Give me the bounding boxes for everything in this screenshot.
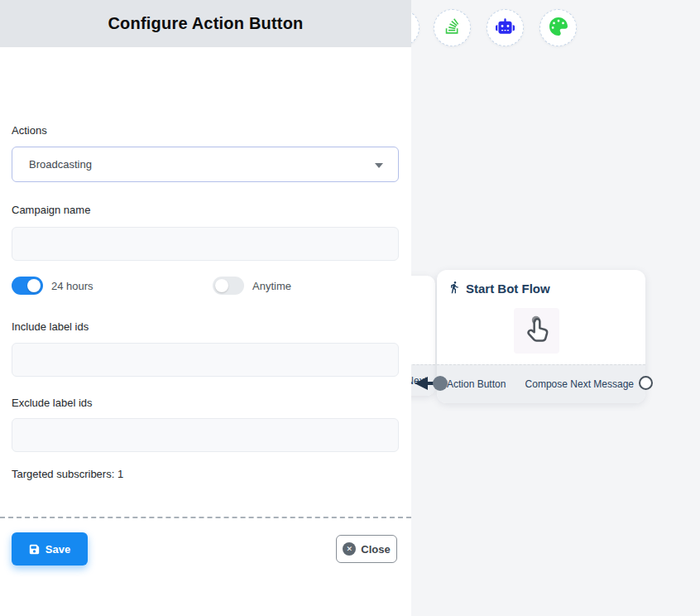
toggle-knob — [27, 279, 41, 292]
close-button[interactable]: ✕ Close — [336, 535, 397, 563]
toggle-row-anytime: Anytime — [213, 277, 291, 295]
divider — [0, 517, 411, 518]
connection-port-open[interactable] — [639, 376, 653, 390]
actions-select[interactable]: Broadcasting — [12, 147, 399, 182]
save-button-label: Save — [46, 543, 70, 556]
node-header: Start Bot Flow — [448, 281, 550, 296]
include-label-ids-input[interactable] — [12, 343, 399, 377]
toolbar-button-stack[interactable] — [434, 9, 471, 46]
palette-icon — [549, 17, 568, 39]
exclude-label-ids-input[interactable] — [12, 418, 399, 452]
actions-label: Actions — [12, 124, 47, 137]
include-label-ids-label: Include label ids — [12, 320, 89, 333]
toggle-24-hours[interactable] — [12, 277, 43, 295]
campaign-name-label: Campaign name — [12, 204, 90, 216]
connection-port-filled[interactable] — [433, 376, 448, 391]
toggle-24-hours-label: 24 hours — [51, 280, 93, 292]
toggle-knob — [215, 279, 228, 292]
chevron-down-icon — [375, 163, 383, 168]
toolbar-button-theme[interactable] — [539, 9, 577, 46]
toggle-row-24-hours: 24 hours — [12, 277, 93, 295]
save-button[interactable]: Save — [12, 532, 88, 565]
app-root: Next Start Bot Flow Action Button Compos… — [0, 0, 700, 616]
toggle-anytime-label: Anytime — [252, 280, 291, 292]
tap-zone — [514, 308, 559, 354]
flow-node-start-bot-flow[interactable]: Start Bot Flow Action Button Compose Nex… — [437, 270, 645, 403]
port-label-action-button: Action Button — [447, 365, 506, 403]
configure-panel: Configure Action Button Actions Broadcas… — [0, 0, 411, 616]
robot-icon — [496, 17, 515, 39]
node-title: Start Bot Flow — [466, 282, 550, 296]
toolbar-button-bot[interactable] — [487, 9, 524, 46]
page-title: Configure Action Button — [108, 14, 303, 33]
walking-person-icon — [448, 281, 461, 296]
actions-selected-value: Broadcasting — [29, 158, 92, 171]
close-icon: ✕ — [343, 542, 356, 556]
close-button-label: Close — [361, 543, 390, 556]
targeted-subscribers-text: Targeted subscribers: 1 — [12, 468, 123, 480]
save-icon — [29, 544, 40, 555]
panel-header: Configure Action Button — [0, 0, 411, 47]
hand-cursor-icon — [520, 313, 554, 349]
toggle-anytime[interactable] — [213, 277, 244, 295]
node-footer: Action Button Compose Next Message — [437, 364, 645, 403]
exclude-label-ids-label: Exclude label ids — [12, 397, 93, 409]
stack-icon — [443, 17, 461, 38]
campaign-name-input[interactable] — [12, 227, 399, 261]
port-label-compose-next: Compose Next Message — [525, 365, 634, 403]
